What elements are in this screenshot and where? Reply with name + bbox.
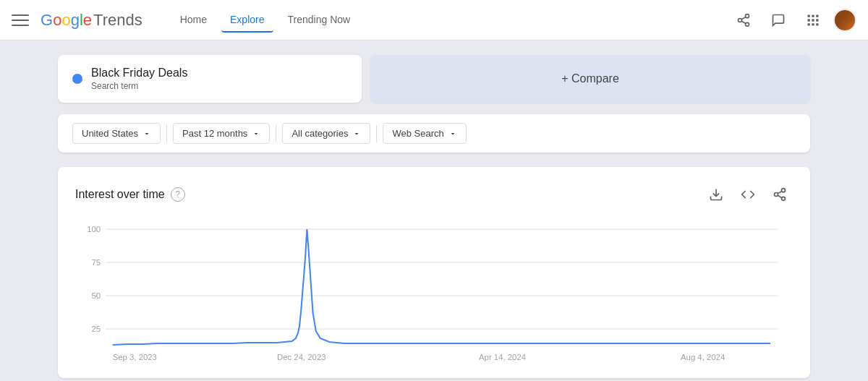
filter-region-label: United States	[82, 128, 138, 139]
svg-line-3	[741, 21, 746, 23]
term-dot	[72, 74, 82, 84]
search-term-card: Black Friday Deals Search term	[58, 55, 362, 103]
svg-rect-5	[808, 14, 810, 17]
main-content: Black Friday Deals Search term + Compare…	[0, 40, 868, 381]
svg-rect-8	[808, 19, 810, 21]
compare-label: + Compare	[561, 72, 619, 85]
share-icon	[773, 187, 787, 202]
filter-time-label: Past 12 months	[182, 128, 247, 139]
svg-rect-11	[808, 23, 810, 25]
svg-rect-7	[816, 14, 818, 17]
apps-icon[interactable]	[799, 6, 827, 35]
svg-rect-13	[816, 23, 818, 25]
svg-text:Aug 4, 2024: Aug 4, 2024	[681, 353, 725, 361]
header-left: Google Trends Home Explore Trending Now	[12, 8, 729, 33]
filter-sep-2	[276, 125, 276, 142]
svg-text:Sep 3, 2023: Sep 3, 2023	[113, 353, 157, 361]
chevron-down-icon	[252, 129, 260, 138]
chart-area: 100 75 50 25 Sep 3, 2023 Dec 24, 2023 Ap…	[75, 219, 793, 364]
help-icon[interactable]: ?	[171, 187, 185, 202]
svg-line-4	[741, 17, 746, 19]
share-icon[interactable]	[729, 6, 758, 35]
chart-card: Interest over time ?	[58, 167, 810, 378]
svg-rect-6	[812, 14, 814, 17]
header-right	[729, 6, 856, 35]
chevron-down-icon	[142, 129, 151, 138]
svg-point-16	[775, 193, 778, 197]
embed-button[interactable]	[735, 181, 761, 207]
trend-chart-svg: 100 75 50 25 Sep 3, 2023 Dec 24, 2023 Ap…	[75, 219, 793, 364]
term-name: Black Friday Deals	[91, 67, 347, 80]
svg-line-19	[778, 191, 782, 193]
logo-google: Google	[41, 11, 92, 30]
svg-rect-10	[816, 19, 818, 21]
svg-rect-9	[812, 19, 814, 21]
nav-home[interactable]: Home	[171, 8, 216, 33]
svg-text:100: 100	[87, 225, 101, 234]
chart-title-row: Interest over time ?	[75, 187, 185, 202]
main-nav: Home Explore Trending Now	[171, 8, 359, 33]
svg-rect-12	[812, 23, 814, 25]
filter-search-type[interactable]: Web Search	[383, 123, 466, 144]
chart-share-button[interactable]	[767, 181, 793, 207]
logo-trends-text: Trends	[93, 11, 142, 30]
avatar[interactable]	[833, 9, 856, 32]
chart-header: Interest over time ?	[75, 181, 793, 207]
menu-icon[interactable]	[12, 12, 29, 29]
filter-sep-3	[376, 125, 377, 142]
filters-bar: United States Past 12 months All categor…	[58, 114, 810, 153]
chart-actions	[703, 181, 793, 207]
svg-text:25: 25	[91, 325, 101, 333]
term-type: Search term	[91, 81, 347, 91]
svg-text:75: 75	[91, 258, 101, 267]
svg-point-1	[739, 18, 742, 22]
svg-point-0	[746, 14, 749, 17]
chevron-down-icon	[448, 129, 457, 138]
svg-text:Dec 24, 2023: Dec 24, 2023	[277, 353, 326, 361]
header: Google Trends Home Explore Trending Now	[0, 0, 868, 40]
filter-search-type-label: Web Search	[392, 128, 443, 139]
filter-time[interactable]: Past 12 months	[173, 123, 270, 144]
svg-point-17	[782, 197, 786, 200]
search-section: Black Friday Deals Search term + Compare	[58, 55, 810, 103]
logo: Google Trends	[41, 11, 142, 30]
filter-region[interactable]: United States	[72, 123, 161, 144]
svg-line-18	[778, 195, 782, 197]
svg-point-15	[782, 189, 786, 192]
download-button[interactable]	[703, 181, 729, 207]
filter-category-label: All categories	[292, 128, 348, 139]
svg-text:Apr 14, 2024: Apr 14, 2024	[479, 353, 526, 361]
term-info: Black Friday Deals Search term	[91, 67, 347, 91]
chart-title: Interest over time	[75, 188, 165, 201]
embed-icon	[741, 187, 755, 202]
filter-sep-1	[166, 125, 167, 142]
svg-text:50: 50	[91, 291, 101, 300]
chevron-down-icon	[352, 129, 361, 138]
feedback-icon[interactable]	[764, 6, 793, 35]
filter-category[interactable]: All categories	[282, 123, 370, 144]
download-icon	[709, 187, 723, 202]
nav-trending[interactable]: Trending Now	[279, 8, 359, 33]
nav-explore[interactable]: Explore	[221, 8, 273, 33]
svg-point-2	[746, 22, 749, 26]
compare-card[interactable]: + Compare	[370, 55, 810, 103]
help-label: ?	[175, 189, 180, 200]
